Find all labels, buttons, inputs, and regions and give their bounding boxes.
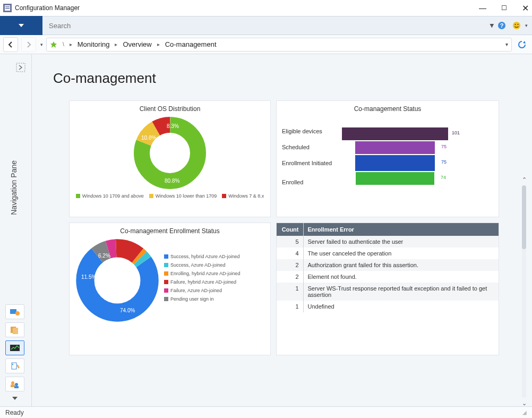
svg-rect-18 [12, 364, 13, 365]
cell-count: 5 [277, 236, 303, 248]
svg-point-19 [11, 381, 14, 385]
svg-rect-22 [14, 386, 19, 388]
card-enrollment-errors: Count Enrollment Error 5Server failed to… [276, 223, 499, 355]
breadcrumb[interactable]: \ ▸ Monitoring ▸ Overview ▸ Co-managemen… [46, 38, 512, 52]
table-row[interactable]: 2Authorization grant failed for this ass… [277, 259, 499, 271]
card-comgmt-status: Co-management Status Eligible devices Sc… [276, 100, 499, 217]
cell-error: The user canceled the operation [303, 248, 499, 259]
table-row[interactable]: 4The user canceled the operation [277, 248, 499, 259]
title-bar: Configuration Manager — ☐ ✕ [0, 0, 532, 16]
minimize-button[interactable]: — [479, 4, 486, 12]
search-dropdown-icon[interactable]: ⯆ [490, 23, 494, 28]
resize-grip-icon[interactable]: ◢ [522, 410, 527, 415]
feedback-dropdown-icon[interactable]: ▾ [525, 23, 528, 28]
status-text: Ready [5, 409, 24, 416]
scroll-up-icon[interactable]: ⌃ [522, 176, 527, 183]
legend-label: Windows 10 lower than 1709 [156, 193, 217, 199]
card-enrollment-status: Co-management Enrollment Status 74.0% 11 [69, 223, 271, 355]
scrollbar[interactable]: ⌃ ⌄ [519, 176, 529, 406]
refresh-button[interactable] [515, 38, 529, 52]
window-title: Configuration Manager [15, 4, 80, 12]
svg-marker-9 [50, 41, 57, 48]
errors-table: Count Enrollment Error 5Server failed to… [277, 223, 499, 312]
svg-rect-21 [11, 385, 15, 387]
feedback-icon[interactable] [511, 20, 522, 31]
expand-tag-icon[interactable] [16, 63, 25, 74]
svg-point-20 [15, 383, 18, 386]
svg-marker-3 [19, 24, 24, 27]
cell-count: 2 [277, 271, 303, 283]
table-row[interactable]: 1Server WS-Trust response reported fault… [277, 283, 499, 301]
donut-chart-enrollment: 74.0% 11.5% 6.2% [75, 238, 160, 323]
svg-rect-2 [5, 8, 10, 9]
cell-count: 1 [277, 301, 303, 312]
forward-button[interactable] [21, 37, 36, 52]
ribbon-bar: Search ⯆ ? ▾ [0, 16, 532, 35]
close-button[interactable]: ✕ [522, 3, 529, 13]
cell-error: Element not found. [303, 271, 499, 283]
cell-error: Server failed to authenticate the user [303, 236, 499, 248]
workspace-assets-button[interactable] [5, 304, 24, 319]
workspace-library-button[interactable] [5, 322, 24, 337]
svg-point-6 [513, 22, 520, 29]
workspace-more-button[interactable] [5, 395, 24, 402]
legend-label: Windows 10 1709 and above [82, 193, 144, 199]
nav-row: ▾ \ ▸ Monitoring ▸ Overview ▸ Co-managem… [0, 35, 532, 54]
svg-marker-23 [12, 397, 18, 400]
workspace-monitoring-button[interactable] [5, 340, 24, 355]
funnel-label: Eligible devices [282, 127, 338, 140]
svg-point-13 [15, 311, 20, 315]
workspace-admin-button[interactable] [5, 359, 24, 373]
breadcrumb-root-icon: \ [63, 41, 64, 47]
breadcrumb-item[interactable]: Overview [123, 40, 151, 48]
svg-rect-1 [5, 6, 10, 7]
card-title: Co-management Enrollment Status [75, 227, 265, 235]
cell-error: Undefined [303, 301, 499, 312]
pin-icon[interactable] [50, 41, 57, 48]
svg-marker-10 [523, 41, 526, 44]
svg-text:?: ? [500, 22, 504, 29]
table-row[interactable]: 5Server failed to authenticate the user [277, 236, 499, 248]
page-title: Co-management [53, 70, 517, 87]
cell-count: 1 [277, 283, 303, 301]
legend-label: Success, hybrid Azure AD-joined [170, 254, 240, 259]
legend-label: Failure, hybrid Azure AD-joined [170, 279, 236, 285]
app-icon [3, 4, 12, 12]
navigation-pane-label: Navigation Pane [10, 160, 18, 215]
help-icon[interactable]: ? [496, 20, 507, 31]
breadcrumb-dropdown-icon[interactable]: ▾ [505, 41, 508, 47]
history-dropdown-icon[interactable]: ▾ [40, 42, 43, 47]
content-area: Co-management Client OS Distribution 80.… [32, 54, 532, 406]
ribbon-menu-tab[interactable] [0, 16, 42, 35]
svg-rect-15 [13, 328, 18, 334]
card-title: Client OS Distribution [75, 105, 265, 113]
table-row[interactable]: 1Undefined [277, 301, 499, 312]
scroll-down-icon[interactable]: ⌄ [522, 400, 527, 406]
search-input[interactable]: Search [46, 19, 485, 32]
cell-error: Authorization grant failed for this asse… [303, 259, 499, 271]
cell-error: Server WS-Trust response reported fault … [303, 283, 499, 301]
scroll-thumb[interactable] [522, 185, 526, 249]
legend-label: Failure, Azure AD-joined [170, 288, 222, 293]
legend: Windows 10 1709 and above Windows 10 low… [75, 193, 265, 199]
table-row[interactable]: 2Element not found. [277, 271, 499, 283]
funnel-chart: 101 75 75 74 [342, 116, 448, 185]
funnel-label: Scheduled [282, 143, 338, 156]
svg-rect-17 [12, 363, 16, 369]
svg-point-8 [518, 24, 519, 25]
cell-count: 4 [277, 248, 303, 259]
donut-chart-os: 80.8% 10.8% 8.3% [133, 116, 207, 190]
card-client-os: Client OS Distribution 80.8% 10.8% 8.3% [69, 100, 271, 217]
back-button[interactable] [3, 37, 18, 52]
legend-label: Success, Azure AD-joined [170, 262, 226, 268]
svg-point-7 [515, 24, 516, 25]
table-header-count: Count [277, 223, 303, 236]
status-bar: Ready ◢ [0, 406, 532, 418]
legend-label: Enrolling, hybrid Azure AD-joined [170, 271, 241, 276]
maximize-button[interactable]: ☐ [501, 4, 507, 12]
funnel-label: Enrolled [282, 178, 338, 191]
breadcrumb-item[interactable]: Co-management [165, 40, 217, 48]
breadcrumb-item[interactable]: Monitoring [78, 40, 110, 48]
workspace-community-button[interactable] [5, 377, 24, 391]
legend: Success, hybrid Azure AD-joined Success,… [164, 254, 241, 302]
